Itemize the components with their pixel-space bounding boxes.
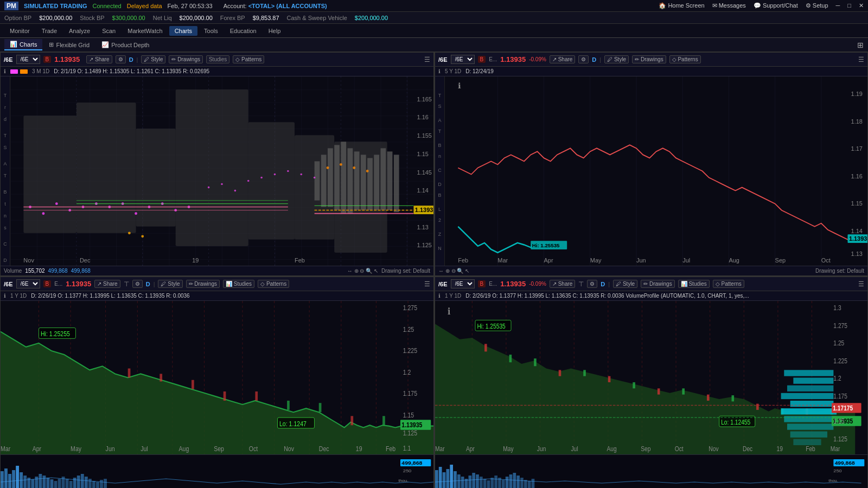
nav-help[interactable]: Help — [263, 26, 286, 36]
symbol-dropdown-tl[interactable]: /6E — [16, 55, 40, 64]
drawings-btn-br[interactable]: ✏ Drawings — [641, 280, 674, 288]
chart-panel-bl: /6E /6E B E... 1.13935 ↗ Share ⊤ ⚙ D | 🖊… — [0, 276, 434, 488]
sell-btn-tr[interactable]: B — [478, 56, 486, 63]
studies-btn-br[interactable]: 📊 Studies — [678, 280, 710, 288]
nav-scan[interactable]: Scan — [97, 26, 121, 36]
menu-btn-tr[interactable]: ☰ — [858, 56, 864, 63]
settings-btn-tl[interactable]: ⚙ — [116, 55, 126, 63]
sell-btn-br[interactable]: B — [478, 280, 486, 287]
studies-icon-bl[interactable]: ⊤ — [124, 280, 129, 288]
svg-point-56 — [327, 166, 329, 169]
svg-rect-262 — [439, 467, 442, 488]
style-btn-tl[interactable]: 🖊 Style — [141, 55, 165, 63]
svg-point-48 — [221, 183, 223, 185]
svg-rect-175 — [66, 479, 69, 488]
svg-text:1.17: 1.17 — [851, 145, 863, 152]
chart-area-tr[interactable]: Hi: 1.25535 1.19 1.18 1.17 1.16 1.15 1.1… — [445, 76, 867, 266]
zoom-controls-tl[interactable]: ↔ ⊕ ⊖ 🔍 ↖ — [347, 268, 378, 274]
menu-btn-br[interactable]: ☰ — [858, 280, 864, 288]
chart-body-tr[interactable]: TS AT Bn C DB L2 Z N — [435, 76, 867, 266]
share-btn-br[interactable]: ↗ Share — [550, 280, 575, 288]
settings-btn-tr[interactable]: ⚙ — [578, 55, 589, 63]
chart-svg-br: Hi: 1.25535 Lo: 1.12455 1.17175 1.13935 … — [435, 301, 867, 454]
style-btn-tr[interactable]: 🖊 Style — [604, 55, 629, 63]
svg-rect-167 — [35, 477, 38, 488]
nav-charts[interactable]: Charts — [169, 26, 197, 36]
svg-rect-263 — [443, 472, 446, 488]
ohlc-tl: D: 2/1/19 O: 1.1489 H: 1.15305 L: 1.1261… — [54, 68, 209, 74]
svg-text:1.275: 1.275 — [833, 322, 847, 329]
nav-trade[interactable]: Trade — [36, 26, 62, 36]
svg-text:Jul: Jul — [571, 445, 578, 452]
maximize-btn[interactable]: □ — [847, 2, 851, 9]
subnav-charts[interactable]: 📊 Charts — [4, 39, 42, 50]
chart-body-bl[interactable]: Hi: 1.25255 Lo: 1.1247 1.275 1.25 1.225 … — [1, 301, 433, 488]
period-br[interactable]: D — [601, 281, 605, 287]
svg-rect-222 — [790, 401, 834, 407]
svg-rect-170 — [46, 478, 49, 488]
svg-point-23 — [135, 212, 137, 215]
menu-btn-tl[interactable]: ☰ — [424, 56, 430, 63]
menu-btn-bl[interactable]: ☰ — [424, 280, 430, 288]
messages-link[interactable]: ✉ Messages — [712, 2, 746, 9]
share-btn-tl[interactable]: ↗ Share — [86, 55, 112, 63]
chart-body-br[interactable]: Hi: 1.25535 Lo: 1.12455 1.17175 1.13935 … — [435, 301, 867, 488]
patterns-btn-bl[interactable]: ◇ Patterns — [258, 280, 289, 288]
svg-text:1.16: 1.16 — [417, 114, 429, 120]
studies-btn-tl[interactable]: Studies — [206, 55, 229, 63]
patterns-btn-tr[interactable]: ◇ Patterns — [669, 55, 701, 63]
drawings-btn-tr[interactable]: ✏ Drawings — [632, 55, 666, 63]
nav-analyze[interactable]: Analyze — [63, 26, 95, 36]
grid-layout-btn[interactable]: ⊞ — [857, 41, 864, 49]
home-screen-link[interactable]: 🏠 Home Screen — [659, 2, 704, 9]
share-btn-tr[interactable]: ↗ Share — [550, 55, 575, 63]
period-tr[interactable]: D — [592, 56, 596, 63]
minimize-btn[interactable]: ─ — [836, 2, 840, 9]
svg-rect-225 — [787, 423, 833, 429]
svg-rect-226 — [790, 432, 827, 438]
svg-point-29 — [141, 235, 144, 237]
svg-text:Mar: Mar — [831, 445, 840, 452]
style-btn-bl[interactable]: 🖊 Style — [158, 280, 182, 288]
svg-rect-164 — [23, 476, 27, 488]
svg-text:Dec: Dec — [80, 257, 91, 264]
nav-tools[interactable]: Tools — [199, 26, 224, 36]
patterns-btn-br[interactable]: ◇ Patterns — [713, 280, 744, 288]
style-btn-br[interactable]: 🖊 Style — [613, 280, 637, 288]
svg-text:1.13935: 1.13935 — [849, 235, 867, 242]
subnav-product-depth[interactable]: 📈 Product Depth — [96, 40, 155, 50]
simulated-trading-label: SIMULATED TRADING — [24, 3, 87, 9]
nav-monitor[interactable]: Monitor — [4, 26, 35, 36]
settings-btn-bl[interactable]: ⚙ — [132, 280, 143, 288]
zoom-controls-tr[interactable]: ↔ ⊕ ⊖ 🔍 ↖ — [438, 268, 469, 274]
studies-btn-bl[interactable]: 📊 Studies — [223, 280, 254, 288]
symbol-dropdown-bl[interactable]: /6E — [16, 279, 40, 288]
studies-icon-br[interactable]: ⊤ — [578, 280, 584, 288]
period-tl[interactable]: D — [129, 56, 133, 63]
patterns-btn-tl[interactable]: ◇ Patterns — [233, 55, 264, 63]
sell-btn-bl[interactable]: B — [43, 280, 52, 287]
symbol-dropdown-tr[interactable]: /6E — [451, 55, 475, 64]
top-bar: PM SIMULATED TRADING Connected Delayed d… — [0, 0, 868, 12]
svg-rect-40 — [354, 151, 360, 210]
sell-btn-tl[interactable]: B — [43, 56, 52, 63]
nav-education[interactable]: Education — [225, 26, 262, 36]
drawings-btn-tl[interactable]: ✏ Drawings — [169, 55, 202, 63]
period-bl[interactable]: D — [146, 281, 150, 287]
subnav-flexible-grid[interactable]: ⊞ Flexible Grid — [43, 40, 95, 50]
share-btn-bl[interactable]: ↗ Share — [94, 280, 120, 288]
cash-value: $200,000.00 — [355, 15, 388, 21]
svg-rect-206 — [559, 370, 561, 376]
svg-rect-203 — [484, 344, 487, 351]
support-chat-link[interactable]: 💬 Support/Chat — [754, 2, 798, 9]
chart-body-tl[interactable]: Trd TS AT Btns C DB L2 Z N — [1, 76, 433, 266]
close-btn[interactable]: ✕ — [859, 2, 864, 9]
nav-marketwatch[interactable]: MarketWatch — [122, 26, 168, 36]
svg-text:Lo: 1.12455: Lo: 1.12455 — [721, 419, 750, 426]
drawings-btn-bl[interactable]: ✏ Drawings — [186, 280, 220, 288]
setup-link[interactable]: ⚙ Setup — [806, 2, 828, 9]
symbol-dropdown-br[interactable]: /6E — [451, 279, 475, 288]
svg-text:1.3: 1.3 — [833, 304, 841, 311]
settings-btn-br[interactable]: ⚙ — [587, 280, 597, 288]
chart-area-tl[interactable]: 1.165 1.16 1.155 1.15 1.145 1.14 1.135 1… — [10, 76, 433, 266]
